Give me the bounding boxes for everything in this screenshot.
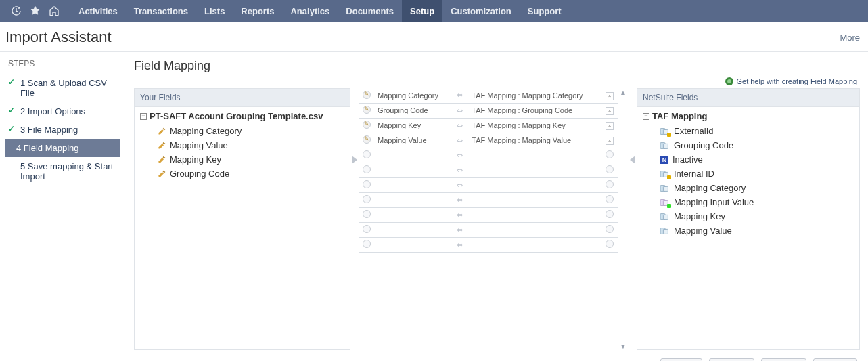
- collapse-icon[interactable]: −: [140, 113, 147, 120]
- netsuite-fields-panel: NetSuite Fields − TAF Mapping ExternalId…: [637, 88, 860, 350]
- step-2[interactable]: ✓2 Import Options: [5, 102, 120, 121]
- netsuite-field-item[interactable]: Mapping Value: [643, 224, 854, 238]
- pencil-icon: [363, 135, 371, 144]
- cancel-button[interactable]: Cancel: [709, 358, 754, 361]
- main-area: Field Mapping Get help with creating Fie…: [120, 52, 868, 350]
- netsuite-field-label: Mapping Key: [674, 211, 725, 221]
- mapping-target: [469, 177, 601, 192]
- mapping-area: Your Fields − PT-SAFT Account Grouping T…: [134, 88, 860, 350]
- page-title: Import Assistant: [5, 28, 112, 46]
- your-fields-root[interactable]: − PT-SAFT Account Grouping Template.csv: [140, 111, 344, 121]
- field-icon: [158, 127, 166, 135]
- more-link[interactable]: More: [840, 33, 860, 43]
- your-field-item[interactable]: Mapping Category: [140, 124, 344, 138]
- mapping-row[interactable]: ⇔: [359, 177, 618, 192]
- step-5[interactable]: 5 Save mapping & Start Import: [5, 157, 120, 186]
- home-icon[interactable]: [46, 3, 62, 19]
- pencil-icon: [363, 106, 371, 114]
- netsuite-field-item[interactable]: NInactive: [643, 152, 854, 167]
- your-field-label: Mapping Category: [170, 126, 242, 136]
- top-nav: ActivitiesTransactionsListsReportsAnalyt…: [0, 0, 868, 22]
- drag-grip-right[interactable]: [629, 88, 637, 350]
- link-arrow-icon: ⇔: [457, 151, 463, 159]
- mapping-source: [375, 177, 450, 192]
- nav-item-activities[interactable]: Activities: [70, 0, 126, 22]
- delete-mapping-icon[interactable]: ×: [606, 122, 614, 130]
- step-3[interactable]: ✓3 File Mapping: [5, 121, 120, 139]
- svg-rect-5: [663, 172, 668, 177]
- nav-item-reports[interactable]: Reports: [233, 0, 282, 22]
- scroll-col[interactable]: ▲ ▼: [618, 88, 629, 350]
- help-link[interactable]: Get help with creating Field Mapping: [134, 77, 860, 85]
- netsuite-field-item[interactable]: Mapping Category: [643, 181, 854, 195]
- nav-item-transactions[interactable]: Transactions: [126, 0, 196, 22]
- nav-item-setup[interactable]: Setup: [402, 0, 442, 22]
- mapping-source: Mapping Category: [375, 88, 450, 103]
- star-icon[interactable]: [27, 3, 43, 19]
- step-label: 2 Import Options: [20, 106, 118, 116]
- collapse-icon[interactable]: −: [643, 113, 649, 120]
- scroll-down-icon[interactable]: ▼: [619, 342, 627, 350]
- nav-item-documents[interactable]: Documents: [338, 0, 402, 22]
- your-field-item[interactable]: Mapping Key: [140, 152, 344, 167]
- netsuite-field-item[interactable]: Grouping Code: [643, 138, 854, 152]
- mapping-row[interactable]: Mapping Category⇔TAF Mapping : Mapping C…: [359, 88, 618, 103]
- step-4[interactable]: 4 Field Mapping: [5, 139, 120, 157]
- netsuite-field-label: Mapping Input Value: [674, 197, 754, 207]
- nav-item-lists[interactable]: Lists: [196, 0, 233, 22]
- pencil-icon: [363, 91, 371, 99]
- mapping-source: Mapping Key: [375, 118, 450, 133]
- netsuite-field-label: ExternalId: [674, 126, 714, 136]
- empty-slot-icon: [363, 150, 371, 158]
- netsuite-field-item[interactable]: Internal ID: [643, 167, 854, 181]
- help-text: Get help with creating Field Mapping: [736, 77, 857, 85]
- delete-mapping-icon[interactable]: ×: [606, 92, 614, 100]
- nav-item-customization[interactable]: Customization: [442, 0, 520, 22]
- reset-button[interactable]: Reset: [660, 358, 702, 361]
- next-button[interactable]: Next >: [813, 358, 857, 361]
- netsuite-field-icon: [660, 170, 670, 178]
- mapping-row[interactable]: Mapping Key⇔TAF Mapping : Mapping Key×: [359, 118, 618, 133]
- netsuite-field-label: Mapping Value: [674, 226, 732, 236]
- nav-item-support[interactable]: Support: [520, 0, 570, 22]
- netsuite-root[interactable]: − TAF Mapping: [643, 111, 854, 121]
- mapping-target: [469, 237, 601, 252]
- nav-item-analytics[interactable]: Analytics: [282, 0, 338, 22]
- netsuite-field-item[interactable]: ExternalId: [643, 124, 854, 138]
- mapping-row[interactable]: ⇔: [359, 237, 618, 252]
- svg-rect-11: [663, 215, 668, 219]
- link-arrow-icon: ⇔: [457, 91, 463, 99]
- mapping-source: [375, 207, 450, 222]
- mapping-row[interactable]: Grouping Code⇔TAF Mapping : Grouping Cod…: [359, 103, 618, 118]
- mapping-row[interactable]: ⇔: [359, 192, 618, 207]
- link-arrow-icon: ⇔: [457, 166, 463, 174]
- recent-icon[interactable]: [8, 3, 24, 19]
- mapping-row[interactable]: Mapping Value⇔TAF Mapping : Mapping Valu…: [359, 133, 618, 148]
- drag-grip-left[interactable]: [350, 88, 359, 350]
- netsuite-field-item[interactable]: Mapping Key: [643, 209, 854, 224]
- netsuite-field-label: Grouping Code: [674, 140, 733, 150]
- mapping-center: Mapping Category⇔TAF Mapping : Mapping C…: [359, 88, 629, 350]
- mapping-row[interactable]: ⇔: [359, 222, 618, 237]
- steps-title: STEPS: [5, 59, 120, 68]
- step-1[interactable]: ✓1 Scan & Upload CSV File: [5, 74, 120, 102]
- mapping-target: TAF Mapping : Mapping Category: [469, 88, 601, 103]
- your-field-item[interactable]: Mapping Value: [140, 138, 344, 152]
- mapping-row[interactable]: ⇔: [359, 207, 618, 222]
- your-field-item[interactable]: Grouping Code: [140, 167, 344, 181]
- your-fields-root-label: PT-SAFT Account Grouping Template.csv: [150, 111, 323, 121]
- delete-mapping-icon[interactable]: ×: [606, 107, 614, 115]
- mapping-source: [375, 148, 450, 163]
- your-fields-panel: Your Fields − PT-SAFT Account Grouping T…: [134, 88, 350, 350]
- netsuite-field-item[interactable]: Mapping Input Value: [643, 195, 854, 209]
- back-button[interactable]: < Back: [761, 358, 806, 361]
- scroll-up-icon[interactable]: ▲: [619, 88, 627, 96]
- delete-mapping-icon[interactable]: ×: [606, 137, 614, 145]
- mapping-row[interactable]: ⇔: [359, 148, 618, 163]
- svg-rect-9: [663, 200, 668, 205]
- mapping-table: Mapping Category⇔TAF Mapping : Mapping C…: [359, 88, 618, 253]
- mapping-row[interactable]: ⇔: [359, 163, 618, 177]
- mapping-source: [375, 237, 450, 252]
- your-fields-header: Your Fields: [135, 89, 350, 107]
- field-icon: [158, 156, 166, 164]
